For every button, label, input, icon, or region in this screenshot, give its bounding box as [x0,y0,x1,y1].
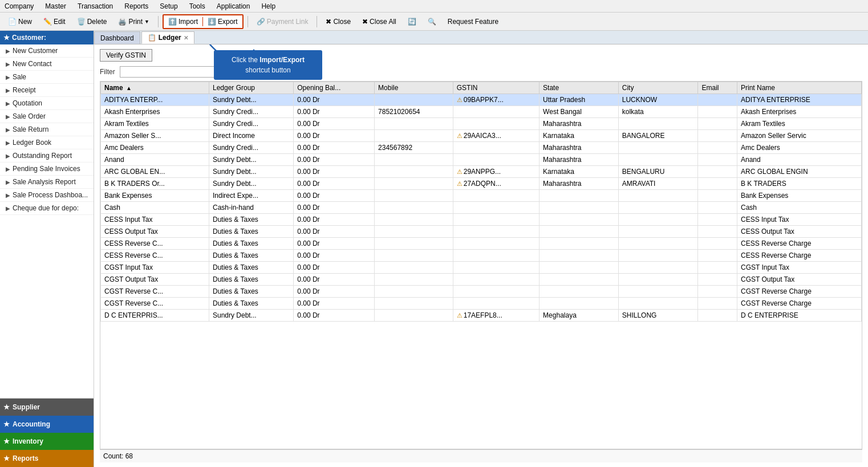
table-row[interactable]: Akram TextilesSundry Credi...0.00 DrMaha… [101,118,862,130]
delete-button[interactable]: 🗑️ Delete [72,15,112,29]
sidebar-supplier-section[interactable]: ★ Supplier [0,399,94,416]
col-header-print-name[interactable]: Print Name [737,82,861,94]
col-header-mobile[interactable]: Mobile [375,82,453,94]
table-row[interactable]: ADITYA ENTERP...Sundry Debt...0.00 Dr⚠09… [101,94,862,106]
menu-reports[interactable]: Reports [122,2,151,11]
data-table-wrapper[interactable]: Name ▲ Ledger Group Opening Bal... Mobil… [100,81,862,449]
close-all-button[interactable]: ✖ Close All [358,15,401,29]
sidebar-item-outstanding-report[interactable]: ▶ Outstanding Report [0,149,94,163]
new-icon: 📄 [8,18,17,26]
table-cell: 0.00 Dr [294,130,375,142]
table-cell: Cash-in-hand [209,202,293,214]
search-button[interactable]: 🔍 [423,15,441,29]
close-button[interactable]: ✖ Close [321,15,355,29]
edit-button[interactable]: ✏️ Edit [39,15,70,29]
import-button[interactable]: ⬆️ Import [164,15,202,28]
sidebar-item-sale-process-dashboard[interactable]: ▶ Sale Process Dashboa... [0,189,94,202]
tab-ledger[interactable]: 📋 Ledger ✕ [141,31,194,44]
sidebar-item-ledger-book[interactable]: ▶ Ledger Book [0,136,94,149]
sidebar-item-new-contact[interactable]: ▶ New Contact [0,58,94,71]
new-button[interactable]: 📄 New [3,15,36,29]
request-feature-button[interactable]: Request Feature [443,15,503,29]
table-row[interactable]: CESS Reverse C...Duties & Taxes0.00 DrCE… [101,238,862,250]
table-row[interactable]: Akash EnterprisesSundry Credi...0.00 Dr7… [101,106,862,118]
tab-dashboard[interactable]: Dashboard [94,31,140,44]
print-button[interactable]: 🖨️ Print ▼ [113,15,154,29]
table-cell: Indirect Expe... [209,190,293,202]
menu-application[interactable]: Application [214,2,253,11]
table-cell: Duties & Taxes [209,226,293,238]
menu-transaction[interactable]: Transaction [75,2,115,11]
sidebar-item-receipt[interactable]: ▶ Receipt [0,84,94,97]
sidebar-item-cheque-due[interactable]: ▶ Cheque due for depo: [0,202,94,215]
table-cell [698,142,737,154]
sidebar-item-sale-analysis-report[interactable]: ▶ Sale Analysis Report [0,176,94,189]
col-header-email[interactable]: Email [698,82,737,94]
col-header-name[interactable]: Name ▲ [101,82,209,94]
table-row[interactable]: CESS Output TaxDuties & Taxes0.00 DrCESS… [101,226,862,238]
table-row[interactable]: CGST Input TaxDuties & Taxes0.00 DrCGST … [101,262,862,274]
table-cell [698,106,737,118]
table-cell: ⚠29ANPPG... [453,166,539,178]
menu-company[interactable]: Company [2,2,36,11]
table-row[interactable]: CGST Output TaxDuties & Taxes0.00 DrCGST… [101,274,862,286]
sidebar-item-sale[interactable]: ▶ Sale [0,71,94,84]
table-cell: 0.00 Dr [294,166,375,178]
table-cell: CESS Input Tax [737,214,861,226]
table-cell: Sundry Credi... [209,106,293,118]
table-row[interactable]: Amazon Seller S...Direct Income0.00 Dr⚠2… [101,130,862,142]
table-cell: CESS Output Tax [737,226,861,238]
table-row[interactable]: CashCash-in-hand0.00 DrCash [101,202,862,214]
table-cell [698,286,737,298]
table-row[interactable]: Amc DealersSundry Credi...0.00 Dr2345678… [101,142,862,154]
col-header-ledger-group[interactable]: Ledger Group [209,82,293,94]
export-icon: ⬇️ [208,18,216,26]
menu-tools[interactable]: Tools [187,2,208,11]
table-cell [453,154,539,166]
menu-setup[interactable]: Setup [157,2,180,11]
quotation-icon: ▶ [6,100,10,107]
sidebar-item-sale-return[interactable]: ▶ Sale Return [0,123,94,136]
table-cell: kolkata [618,106,698,118]
table-cell [540,190,619,202]
sidebar-accounting-section[interactable]: ★ Accounting [0,416,94,433]
menu-help[interactable]: Help [259,2,278,11]
sidebar-item-pending-sale-invoices[interactable]: ▶ Pending Sale Invoices [0,163,94,176]
ledger-tab-close-icon[interactable]: ✕ [184,35,188,41]
table-row[interactable]: ARC GLOBAL EN...Sundry Debt...0.00 Dr⚠29… [101,166,862,178]
table-cell [375,226,453,238]
table-row[interactable]: AnandSundry Debt...0.00 DrMaharashtraAna… [101,154,862,166]
table-cell [540,214,619,226]
table-row[interactable]: CGST Reverse C...Duties & Taxes0.00 DrCG… [101,298,862,310]
filter-input[interactable] [120,66,234,78]
table-row[interactable]: B K TRADERS Or...Sundry Debt...0.00 Dr⚠2… [101,178,862,190]
sidebar-item-new-customer[interactable]: ▶ New Customer [0,44,94,58]
refresh-button[interactable]: 🔄 [403,15,421,29]
table-row[interactable]: CGST Reverse C...Duties & Taxes0.00 DrCG… [101,286,862,298]
table-cell [618,190,698,202]
sidebar-reports-section[interactable]: ★ Reports [0,450,94,467]
verify-gstin-button[interactable]: Verify GSTIN [100,49,152,62]
table-row[interactable]: D C ENTERPRIS...Sundry Debt...0.00 Dr⚠17… [101,310,862,322]
sale-analysis-icon: ▶ [6,179,10,185]
col-header-state[interactable]: State [540,82,619,94]
col-header-city[interactable]: City [618,82,698,94]
sidebar-item-quotation[interactable]: ▶ Quotation [0,97,94,110]
payment-link-button[interactable]: 🔗 Payment Link [252,15,313,29]
table-row[interactable]: CESS Reverse C...Duties & Taxes0.00 DrCE… [101,250,862,262]
col-header-opening-bal[interactable]: Opening Bal... [294,82,375,94]
col-header-gstin[interactable]: GSTIN [453,82,539,94]
table-cell: BENGALURU [618,166,698,178]
menu-master[interactable]: Master [43,2,68,11]
table-row[interactable]: CESS Input TaxDuties & Taxes0.00 DrCESS … [101,214,862,226]
table-cell: 0.00 Dr [294,118,375,130]
table-row[interactable]: Bank ExpensesIndirect Expe...0.00 DrBank… [101,190,862,202]
sidebar-inventory-section[interactable]: ★ Inventory [0,433,94,450]
table-cell: 0.00 Dr [294,262,375,274]
table-cell [698,190,737,202]
ledger-tab-icon: 📋 [148,34,156,42]
table-cell [698,250,737,262]
table-cell [618,118,698,130]
sidebar-item-sale-order[interactable]: ▶ Sale Order [0,110,94,123]
export-button[interactable]: ⬇️ Export [203,15,242,28]
